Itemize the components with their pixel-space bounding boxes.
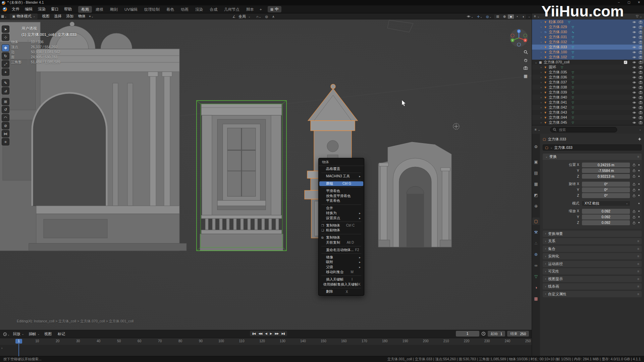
- visibility-eye-icon[interactable]: [632, 121, 636, 125]
- expand-arrow-icon[interactable]: [539, 41, 543, 44]
- context-menu-item[interactable]: 复制物体: [319, 235, 363, 240]
- properties-tab-tool[interactable]: ⚙: [532, 143, 540, 150]
- properties-tab-object[interactable]: ▢: [532, 218, 540, 225]
- solid-shading-icon[interactable]: ●: [508, 14, 514, 19]
- lock-icon[interactable]: [632, 163, 636, 167]
- outliner-row[interactable]: 立方体.040: [532, 95, 644, 100]
- workspace-tab[interactable]: 布局: [78, 6, 92, 13]
- render-camera-icon[interactable]: [639, 70, 643, 74]
- move-tool[interactable]: ✥: [2, 44, 9, 52]
- gizmos-toggle-icon[interactable]: ✛⌄: [476, 15, 483, 18]
- add-workspace-button[interactable]: +: [257, 7, 264, 12]
- properties-section[interactable]: › 集合 ≡: [543, 246, 642, 252]
- context-menu-item[interactable]: 设置原点: [319, 216, 363, 221]
- expand-arrow-icon[interactable]: [539, 121, 543, 124]
- playhead-line[interactable]: [18, 344, 19, 356]
- next-keyframe-button[interactable]: ▶▶: [273, 331, 280, 336]
- outliner-filter-icon[interactable]: ▽ ⌄: [636, 14, 642, 18]
- expand-arrow-icon[interactable]: [539, 36, 543, 39]
- context-menu-item[interactable]: 父级: [319, 265, 363, 270]
- frame-end-field[interactable]: 结束250: [507, 331, 529, 337]
- timeline-tracks[interactable]: [0, 345, 532, 356]
- material-preview-icon[interactable]: ◔: [514, 14, 520, 19]
- editor-type-icon[interactable]: ▦⌄: [0, 14, 8, 18]
- context-menu-item[interactable]: 删除 X: [319, 289, 363, 294]
- 3d-viewport[interactable]: ➤⊹✥↻⤢⌖✎⊿⊞↺◠⊘⋈≡ 用户透视 (1) 立方体.001_coll | 立…: [0, 19, 532, 330]
- outliner-display-mode-icon[interactable]: ≡ ⌄: [534, 14, 539, 18]
- context-menu-item[interactable]: 平滑着色: [319, 188, 363, 193]
- outliner-row[interactable]: 立方体.032: [532, 40, 644, 45]
- maximize-button[interactable]: ▢: [624, 0, 634, 5]
- expand-arrow-icon[interactable]: [539, 116, 543, 119]
- render-camera-icon[interactable]: [639, 65, 643, 69]
- workspace-tab[interactable]: 几何节点: [221, 6, 243, 13]
- delta-transform-section[interactable]: › 变换增量: [543, 231, 642, 237]
- animate-dot[interactable]: [638, 222, 640, 223]
- xray-toggle-icon[interactable]: ⊞: [494, 14, 501, 19]
- context-menu-item[interactable]: [321, 288, 361, 288]
- expand-arrow-icon[interactable]: [539, 56, 543, 59]
- context-menu-item[interactable]: [321, 173, 361, 173]
- context-menu-item[interactable]: [321, 276, 361, 276]
- outliner-row[interactable]: 立方体.042: [532, 105, 644, 110]
- workspace-tab[interactable]: 脚本: [243, 6, 257, 13]
- falloff-icon[interactable]: ∧: [271, 15, 275, 18]
- visibility-eye-icon[interactable]: [632, 70, 636, 74]
- animate-dot[interactable]: [638, 195, 640, 196]
- expand-arrow-icon[interactable]: [539, 101, 543, 104]
- context-menu-item[interactable]: 使用插帧集插入关键帧 K: [319, 282, 363, 287]
- expand-arrow-icon[interactable]: [539, 31, 543, 34]
- smooth-tool[interactable]: ◠: [2, 114, 9, 121]
- pin-icon[interactable]: [638, 137, 642, 141]
- context-menu-item[interactable]: 关联复制 Alt D: [319, 240, 363, 245]
- animate-dot[interactable]: [638, 164, 640, 166]
- properties-tab-material[interactable]: ◑: [532, 284, 540, 291]
- properties-section[interactable]: › 运动路径 ≡: [543, 261, 642, 267]
- scale-tool[interactable]: ⤢: [2, 60, 9, 68]
- play-button[interactable]: ▶: [269, 331, 273, 336]
- current-frame-field[interactable]: 1: [456, 331, 479, 337]
- transform-value-field[interactable]: 0.93213 m ⌄: [582, 174, 630, 179]
- panel-grip-icon[interactable]: ≡: [637, 155, 639, 159]
- render-camera-icon[interactable]: [639, 106, 643, 110]
- wireframe-shading-icon[interactable]: ⊕: [501, 14, 508, 19]
- move-view-hand-icon[interactable]: [523, 57, 529, 63]
- timeline-expander-icon[interactable]: ›: [1, 346, 2, 350]
- context-menu-item[interactable]: 粘贴物体: [319, 228, 363, 233]
- transform-value-field[interactable]: 0° ⌄: [582, 193, 630, 198]
- context-menu-item[interactable]: [321, 204, 361, 205]
- lock-icon[interactable]: [632, 182, 636, 186]
- lock-icon[interactable]: [632, 188, 636, 192]
- transform-value-field[interactable]: 0.092 ⌄: [582, 215, 630, 220]
- annotate-tool[interactable]: ✎: [2, 79, 9, 86]
- properties-options-icon[interactable]: ⌄: [639, 128, 641, 131]
- properties-section[interactable]: › 视图显示 ≡: [543, 276, 642, 282]
- expand-arrow-icon[interactable]: [539, 76, 543, 79]
- lock-icon[interactable]: [632, 174, 636, 178]
- expand-arrow-icon[interactable]: [539, 111, 543, 114]
- context-menu-item[interactable]: 移动到集合 M: [319, 270, 363, 275]
- rotate-tool[interactable]: ↻: [2, 52, 9, 60]
- outliner-row[interactable]: 立方体.041: [532, 100, 644, 105]
- prev-keyframe-button[interactable]: ◀◀: [257, 331, 263, 336]
- properties-editor-icon[interactable]: ≡ ⌄: [535, 128, 540, 131]
- visibility-eye-icon[interactable]: [632, 116, 636, 120]
- properties-tab-physics[interactable]: ⊚: [532, 251, 540, 258]
- properties-tab-modifiers[interactable]: ⚒: [532, 229, 540, 236]
- expand-arrow-icon[interactable]: [534, 61, 538, 64]
- outliner-row[interactable]: 立方体.029: [532, 24, 644, 29]
- expand-arrow-icon[interactable]: [539, 25, 543, 29]
- menu-item[interactable]: 窗口: [48, 5, 61, 13]
- rip-tool[interactable]: ⋈: [2, 130, 9, 137]
- outliner-row[interactable]: 立方体.038: [532, 85, 644, 90]
- transform-tool[interactable]: ⌖: [2, 68, 9, 76]
- expand-arrow-icon[interactable]: [539, 20, 543, 24]
- outliner-row[interactable]: 柱体.003: [532, 19, 644, 24]
- visibility-eye-icon[interactable]: [632, 96, 636, 100]
- mode-selector[interactable]: ▣ 物体模式 ⌄: [10, 13, 38, 19]
- timeline-menu-item[interactable]: 标记: [55, 331, 69, 337]
- viewport-menu-item[interactable]: 视图: [40, 14, 52, 19]
- visibility-eye-icon[interactable]: [632, 25, 636, 29]
- outliner-row[interactable]: 立方体.102: [532, 55, 644, 60]
- overlays-toggle-icon[interactable]: ◎⌄: [485, 15, 492, 18]
